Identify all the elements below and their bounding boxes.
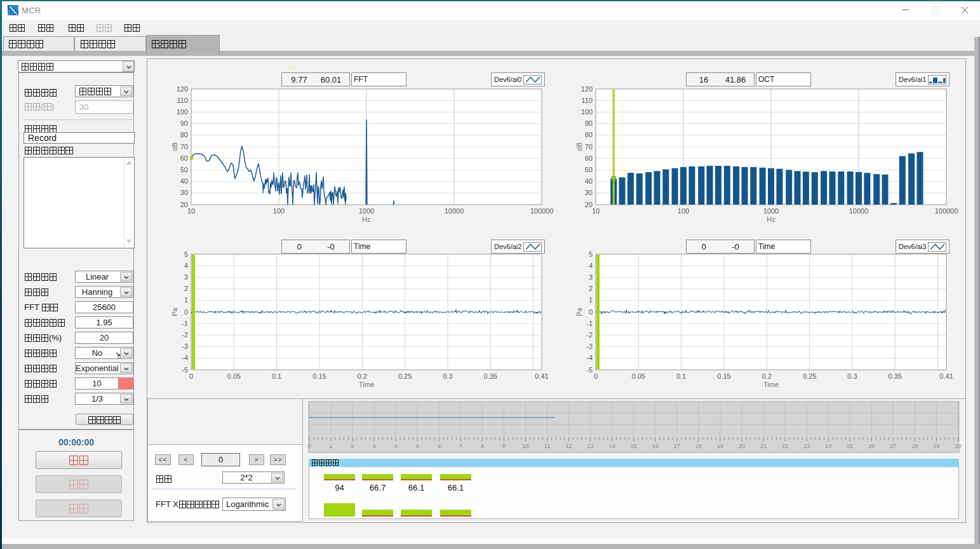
svg-text:-4: -4 bbox=[586, 354, 593, 362]
svg-text:3: 3 bbox=[589, 273, 593, 281]
svg-text:3: 3 bbox=[184, 273, 188, 281]
svg-text:30: 30 bbox=[585, 189, 593, 196]
svg-text:Time: Time bbox=[763, 381, 779, 388]
svg-text:20: 20 bbox=[739, 443, 745, 449]
svg-text:0.15: 0.15 bbox=[312, 372, 326, 380]
svg-text:10000: 10000 bbox=[445, 207, 464, 215]
svg-text:Hz: Hz bbox=[362, 215, 370, 223]
svg-text:100: 100 bbox=[678, 207, 689, 215]
svg-text:-2: -2 bbox=[182, 331, 188, 339]
svg-text:0: 0 bbox=[189, 372, 193, 380]
svg-text:0: 0 bbox=[184, 308, 188, 316]
svg-text:15: 15 bbox=[631, 443, 637, 449]
svg-text:10: 10 bbox=[522, 443, 528, 449]
svg-text:19: 19 bbox=[717, 443, 723, 449]
svg-text:0.15: 0.15 bbox=[717, 372, 730, 380]
svg-text:80: 80 bbox=[585, 131, 593, 139]
svg-text:17: 17 bbox=[674, 443, 680, 449]
svg-text:70: 70 bbox=[180, 143, 188, 151]
svg-text:1000: 1000 bbox=[359, 207, 374, 215]
svg-text:50: 50 bbox=[180, 166, 188, 173]
svg-text:40: 40 bbox=[180, 177, 188, 185]
svg-text:60: 60 bbox=[585, 154, 593, 162]
svg-text:100: 100 bbox=[273, 207, 285, 215]
svg-text:0.25: 0.25 bbox=[398, 372, 412, 380]
svg-text:9: 9 bbox=[502, 443, 506, 449]
svg-text:18: 18 bbox=[695, 443, 702, 449]
svg-text:70: 70 bbox=[585, 143, 593, 151]
svg-text:23: 23 bbox=[803, 443, 810, 449]
svg-text:24: 24 bbox=[825, 443, 831, 449]
svg-text:1000: 1000 bbox=[763, 207, 779, 215]
svg-text:-1: -1 bbox=[586, 320, 593, 327]
svg-text:5: 5 bbox=[589, 250, 593, 258]
svg-text:60: 60 bbox=[180, 154, 188, 162]
svg-text:2: 2 bbox=[184, 285, 188, 292]
svg-text:2: 2 bbox=[589, 285, 593, 292]
svg-text:7: 7 bbox=[459, 443, 462, 449]
svg-text:dB: dB bbox=[575, 142, 583, 151]
svg-text:10: 10 bbox=[592, 207, 600, 215]
svg-text:8: 8 bbox=[481, 443, 484, 449]
svg-text:0.2: 0.2 bbox=[358, 372, 367, 380]
svg-text:100: 100 bbox=[581, 108, 593, 116]
svg-text:90: 90 bbox=[585, 119, 593, 127]
svg-text:Pa: Pa bbox=[575, 307, 583, 316]
svg-text:6: 6 bbox=[438, 443, 441, 449]
svg-text:0.1: 0.1 bbox=[676, 372, 686, 380]
svg-text:dB: dB bbox=[171, 142, 178, 151]
svg-text:-3: -3 bbox=[182, 342, 188, 350]
svg-text:26: 26 bbox=[868, 443, 875, 449]
svg-text:-3: -3 bbox=[586, 342, 593, 350]
svg-text:16: 16 bbox=[652, 443, 659, 449]
svg-text:110: 110 bbox=[581, 97, 593, 104]
svg-text:80: 80 bbox=[180, 131, 188, 139]
svg-text:-4: -4 bbox=[182, 354, 188, 362]
svg-text:1: 1 bbox=[329, 443, 332, 449]
svg-text:4: 4 bbox=[184, 262, 188, 269]
svg-text:Time: Time bbox=[359, 381, 374, 388]
svg-text:100: 100 bbox=[177, 108, 188, 116]
svg-text:29: 29 bbox=[933, 443, 939, 449]
svg-text:1: 1 bbox=[589, 296, 593, 304]
svg-text:-5: -5 bbox=[182, 366, 188, 374]
svg-text:13: 13 bbox=[587, 443, 594, 449]
svg-text:30: 30 bbox=[180, 189, 188, 196]
svg-text:0.3: 0.3 bbox=[847, 372, 857, 380]
svg-text:0.05: 0.05 bbox=[632, 372, 645, 380]
svg-text:100000: 100000 bbox=[530, 207, 554, 215]
svg-text:120: 120 bbox=[177, 85, 188, 93]
svg-text:10000: 10000 bbox=[849, 207, 869, 215]
svg-text:0: 0 bbox=[307, 443, 311, 449]
svg-text:-1: -1 bbox=[182, 320, 188, 327]
svg-text:0.25: 0.25 bbox=[803, 372, 816, 380]
svg-text:0.35: 0.35 bbox=[888, 372, 901, 380]
svg-text:12: 12 bbox=[566, 443, 572, 449]
svg-text:30: 30 bbox=[955, 443, 961, 449]
svg-text:Pa: Pa bbox=[171, 307, 178, 316]
svg-text:21: 21 bbox=[760, 443, 767, 449]
svg-text:0: 0 bbox=[589, 308, 593, 316]
svg-text:50: 50 bbox=[585, 166, 593, 173]
svg-text:0.1: 0.1 bbox=[272, 372, 281, 380]
svg-text:2: 2 bbox=[351, 443, 354, 449]
svg-text:100000: 100000 bbox=[935, 207, 958, 215]
svg-text:Hz: Hz bbox=[767, 215, 775, 223]
svg-text:1: 1 bbox=[184, 296, 188, 304]
svg-text:90: 90 bbox=[180, 119, 188, 127]
svg-text:4: 4 bbox=[589, 262, 593, 269]
svg-text:10: 10 bbox=[187, 207, 195, 215]
svg-text:14: 14 bbox=[609, 443, 615, 449]
svg-text:0.35: 0.35 bbox=[483, 372, 497, 380]
svg-text:27: 27 bbox=[890, 443, 896, 449]
svg-text:4: 4 bbox=[394, 443, 398, 449]
svg-text:3: 3 bbox=[373, 443, 376, 449]
svg-text:28: 28 bbox=[911, 443, 918, 449]
svg-text:0: 0 bbox=[594, 372, 598, 380]
svg-text:25: 25 bbox=[847, 443, 853, 449]
svg-text:0.41: 0.41 bbox=[939, 372, 953, 380]
svg-text:0.05: 0.05 bbox=[227, 372, 241, 380]
svg-text:5: 5 bbox=[184, 250, 188, 258]
svg-text:11: 11 bbox=[544, 443, 550, 449]
svg-text:0.41: 0.41 bbox=[535, 372, 548, 380]
